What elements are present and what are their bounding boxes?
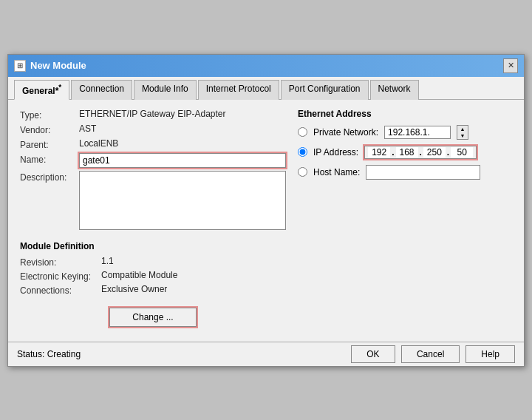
button-group: OK Cancel Help	[351, 345, 515, 363]
tab-internet-protocol[interactable]: Internet Protocol	[198, 80, 279, 100]
type-value: ETHERNET/IP Gateway EIP-Adapter	[79, 109, 286, 121]
keying-label: Electronic Keying:	[20, 270, 101, 282]
parent-label: Parent:	[20, 138, 79, 150]
status-value: Creating	[47, 349, 81, 359]
tab-general[interactable]: General*	[14, 80, 69, 100]
parent-value: LocalENB	[79, 138, 286, 150]
spinner-wrap: ▲ ▼	[457, 125, 468, 140]
private-network-radio[interactable]	[298, 127, 307, 137]
ip-dot2: .	[420, 147, 422, 158]
ip-dot1: .	[392, 147, 394, 158]
right-panel: Ethernet Address Private Network: ▲ ▼ IP…	[298, 109, 512, 333]
ip-seg2[interactable]	[396, 147, 418, 158]
close-button[interactable]: ✕	[503, 58, 518, 73]
ok-button[interactable]: OK	[351, 345, 395, 363]
tab-connection[interactable]: Connection	[71, 80, 132, 100]
connections-value: Exclusive Owner	[101, 284, 286, 296]
ip-seg1[interactable]	[368, 147, 390, 158]
ip-address-box: . . .	[364, 146, 477, 159]
revision-value: 1.1	[101, 256, 286, 268]
ip-address-row: IP Address: . . .	[298, 146, 512, 159]
private-network-label: Private Network:	[313, 127, 378, 138]
status-bar: Status: Creating OK Cancel Help	[8, 342, 524, 366]
hostname-radio[interactable]	[298, 167, 307, 177]
type-label: Type:	[20, 109, 79, 121]
info-section: Type: ETHERNET/IP Gateway EIP-Adapter Ve…	[20, 109, 286, 232]
hostname-row: Host Name:	[298, 165, 512, 180]
vendor-value: AST	[79, 123, 286, 135]
ip-dot3: .	[447, 147, 449, 158]
dialog-window: ⊞ New Module ✕ General* Connection Modul…	[7, 54, 525, 367]
vendor-label: Vendor:	[20, 123, 79, 135]
change-button[interactable]: Change ...	[109, 308, 196, 327]
revision-label: Revision:	[20, 256, 101, 268]
def-grid: Revision: 1.1 Electronic Keying: Compati…	[20, 256, 286, 296]
ip-address-radio[interactable]	[298, 147, 307, 157]
help-button[interactable]: Help	[466, 345, 515, 363]
title-bar: ⊞ New Module ✕	[8, 55, 524, 77]
status-section: Status: Creating	[17, 349, 81, 359]
hostname-input[interactable]	[366, 165, 480, 180]
ip-seg3[interactable]	[423, 147, 446, 158]
keying-value: Compatible Module	[101, 270, 286, 282]
change-btn-row: Change ...	[20, 308, 286, 327]
tab-network[interactable]: Network	[370, 80, 419, 100]
spinner-up[interactable]: ▲	[457, 126, 468, 132]
hostname-label: Host Name:	[313, 167, 360, 177]
tabs-bar: General* Connection Module Info Internet…	[8, 77, 524, 100]
dialog-icon: ⊞	[14, 60, 26, 72]
left-panel: Type: ETHERNET/IP Gateway EIP-Adapter Ve…	[20, 109, 286, 333]
private-network-row: Private Network: ▲ ▼	[298, 125, 512, 140]
name-input[interactable]	[79, 153, 286, 168]
desc-wrap	[79, 171, 286, 232]
tab-port-configuration[interactable]: Port Configuration	[281, 80, 369, 100]
description-input[interactable]	[79, 171, 286, 230]
cancel-button[interactable]: Cancel	[401, 345, 460, 363]
ip-address-label: IP Address:	[313, 147, 358, 158]
ip-seg4[interactable]	[451, 147, 473, 158]
title-bar-left: ⊞ New Module	[14, 60, 86, 72]
tab-module-info[interactable]: Module Info	[134, 80, 197, 100]
private-network-input[interactable]	[384, 126, 451, 139]
connections-label: Connections:	[20, 284, 101, 296]
name-label: Name:	[20, 153, 79, 168]
main-area: Type: ETHERNET/IP Gateway EIP-Adapter Ve…	[20, 109, 512, 333]
desc-label: Description:	[20, 171, 79, 232]
dialog-title: New Module	[30, 60, 86, 71]
status-label: Status:	[17, 349, 44, 359]
module-definition: Module Definition Revision: 1.1 Electron…	[20, 241, 286, 296]
ethernet-label: Ethernet Address	[298, 109, 512, 119]
spinner-down[interactable]: ▼	[457, 132, 468, 139]
name-row	[79, 153, 286, 168]
module-def-title: Module Definition	[20, 241, 286, 251]
dialog-body: Type: ETHERNET/IP Gateway EIP-Adapter Ve…	[8, 100, 524, 342]
